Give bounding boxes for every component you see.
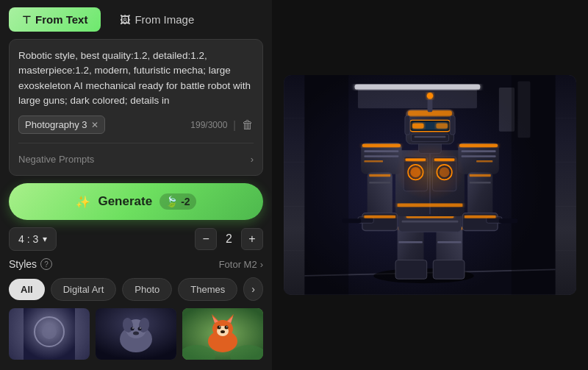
- tag-label: Photography 3: [25, 119, 87, 130]
- svg-point-11: [140, 327, 141, 329]
- thumb-1-graphic: [24, 308, 75, 360]
- trash-icon[interactable]: 🗑: [242, 118, 254, 132]
- prompt-tags-row: Photography 3 ✕ 199/3000 | 🗑: [18, 115, 254, 134]
- number-control: − 2 +: [195, 228, 263, 250]
- svg-rect-29: [355, 85, 481, 90]
- svg-point-8: [131, 327, 135, 331]
- style-chip-photo[interactable]: Photo: [122, 278, 172, 301]
- svg-rect-60: [362, 144, 401, 147]
- svg-point-95: [427, 93, 434, 99]
- svg-rect-75: [364, 216, 395, 218]
- style-chip-all-label: All: [21, 284, 33, 295]
- svg-point-12: [133, 332, 139, 335]
- chevron-down-icon: ▾: [43, 234, 47, 244]
- svg-point-2: [42, 324, 57, 339]
- aspect-ratio-select[interactable]: 4 : 3 ▾: [9, 227, 57, 251]
- svg-rect-90: [411, 134, 448, 141]
- svg-rect-47: [402, 221, 459, 223]
- quantity-decrease-button[interactable]: −: [195, 228, 217, 250]
- text-icon: ⊤: [22, 14, 31, 26]
- style-chip-photo-label: Photo: [135, 284, 159, 295]
- svg-rect-92: [405, 116, 410, 135]
- svg-point-24: [225, 326, 229, 330]
- svg-rect-94: [428, 97, 433, 112]
- leaf-icon: 🍃: [165, 196, 178, 207]
- svg-rect-63: [364, 160, 383, 163]
- svg-rect-82: [465, 216, 496, 218]
- svg-rect-65: [459, 144, 498, 147]
- aspect-ratio-value: 4 : 3: [18, 233, 38, 245]
- svg-rect-35: [512, 75, 556, 295]
- styles-header: Styles ? Fotor M2 ›: [9, 258, 263, 270]
- svg-rect-68: [476, 160, 492, 163]
- svg-rect-91: [415, 136, 446, 138]
- negative-prompts-chevron-icon: ›: [251, 154, 254, 165]
- svg-rect-74: [343, 219, 362, 224]
- svg-rect-43: [437, 241, 461, 243]
- tag-remove-icon[interactable]: ✕: [91, 120, 98, 130]
- thumbnail-1[interactable]: [9, 308, 90, 360]
- image-icon: 🖼: [120, 14, 130, 26]
- styles-label: Styles ?: [9, 258, 52, 270]
- svg-rect-71: [369, 182, 390, 184]
- svg-rect-30: [358, 90, 477, 109]
- svg-rect-62: [364, 155, 398, 157]
- svg-rect-89: [437, 124, 448, 129]
- help-symbol: ?: [44, 260, 49, 268]
- svg-point-27: [220, 330, 225, 333]
- svg-rect-44: [433, 260, 465, 280]
- svg-rect-66: [462, 151, 496, 153]
- left-panel: ⊤ From Text 🖼 From Image Robotic style, …: [0, 0, 272, 370]
- svg-rect-77: [470, 174, 491, 177]
- chevron-right-icon: ›: [251, 283, 255, 295]
- divider-horizontal: [18, 143, 254, 143]
- help-icon[interactable]: ?: [40, 258, 52, 270]
- style-chip-all[interactable]: All: [9, 279, 45, 300]
- generate-button[interactable]: ✨ Generate 🍃 -2: [9, 183, 263, 220]
- svg-point-26: [226, 326, 228, 327]
- char-count: 199/3000: [190, 120, 227, 130]
- svg-rect-39: [398, 241, 422, 243]
- settings-row: 4 : 3 ▾ − 2 +: [9, 227, 263, 251]
- tab-bar: ⊤ From Text 🖼 From Image: [9, 7, 263, 32]
- robot-svg: [284, 75, 576, 295]
- thumbnail-3[interactable]: [182, 308, 263, 360]
- svg-point-23: [218, 326, 221, 330]
- prompt-box: Robotic style, best quality:1.2, detaile…: [9, 39, 263, 176]
- thumb-2-graphic: [96, 308, 176, 360]
- style-chip-themes[interactable]: Themes: [178, 278, 237, 301]
- tab-from-text-label: From Text: [35, 13, 87, 26]
- tab-from-image[interactable]: 🖼 From Image: [107, 7, 207, 32]
- style-chip-themes-label: Themes: [190, 284, 225, 295]
- styles-text: Styles: [9, 258, 37, 270]
- svg-rect-64: [458, 143, 498, 174]
- fotor-label: Fotor M2: [219, 259, 257, 270]
- tab-from-text[interactable]: ⊤ From Text: [9, 7, 101, 32]
- svg-rect-58: [398, 204, 463, 207]
- thumbnail-row: [9, 308, 263, 360]
- generate-cost-badge: 🍃 -2: [159, 193, 196, 210]
- svg-point-9: [138, 327, 142, 331]
- negative-prompts-row[interactable]: Negative Prompts ›: [18, 152, 254, 166]
- svg-point-25: [219, 326, 220, 327]
- quantity-value: 2: [226, 232, 232, 246]
- svg-rect-59: [361, 143, 401, 174]
- prompt-text[interactable]: Robotic style, best quality:1.2, detaile…: [18, 49, 254, 108]
- svg-rect-61: [364, 151, 398, 153]
- style-chip-digital-art[interactable]: Digital Art: [51, 278, 117, 301]
- style-chip-digital-art-label: Digital Art: [63, 284, 104, 295]
- svg-rect-78: [470, 182, 491, 184]
- style-chips: All Digital Art Photo Themes ›: [9, 277, 263, 301]
- divider: |: [233, 119, 236, 131]
- fotor-chevron-icon: ›: [260, 259, 263, 270]
- thumbnail-2[interactable]: [96, 308, 176, 360]
- fotor-link[interactable]: Fotor M2 ›: [219, 259, 263, 270]
- generated-image: [284, 75, 576, 295]
- quantity-increase-button[interactable]: +: [241, 228, 263, 250]
- svg-point-10: [132, 327, 134, 329]
- right-panel: [272, 0, 588, 370]
- tag-chip-photography[interactable]: Photography 3 ✕: [18, 115, 105, 134]
- generate-label: Generate: [98, 194, 152, 209]
- svg-rect-88: [412, 124, 423, 129]
- style-chips-next-button[interactable]: ›: [243, 277, 263, 301]
